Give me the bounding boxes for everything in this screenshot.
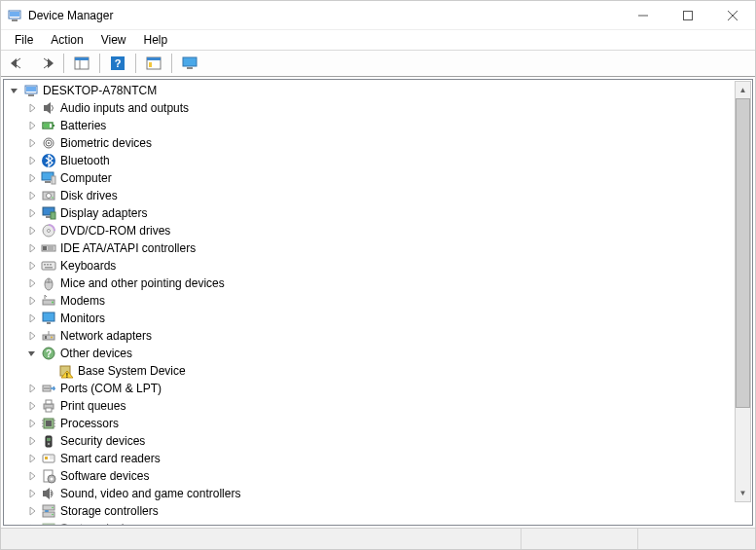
tree-category-security[interactable]: Security devices	[4, 432, 752, 450]
expand-icon[interactable]	[25, 119, 39, 132]
expand-icon[interactable]	[25, 487, 39, 500]
svg-point-33	[52, 197, 54, 199]
expand-icon[interactable]	[25, 241, 39, 255]
tree-category-sound[interactable]: Sound, video and game controllers	[4, 485, 752, 502]
collapse-icon[interactable]	[8, 84, 21, 97]
svg-point-66	[46, 387, 48, 389]
tree-node-label: Sound, video and game controllers	[60, 487, 240, 500]
tree-category-cpu[interactable]: Processors	[4, 415, 752, 432]
collapse-icon[interactable]	[25, 347, 39, 360]
svg-rect-57	[45, 336, 47, 339]
svg-rect-29	[45, 181, 51, 183]
menu-file[interactable]: File	[7, 31, 41, 49]
tree-category-fingerprint[interactable]: Biometric devices	[4, 134, 752, 152]
scroll-up-icon[interactable]: ▲	[736, 82, 750, 98]
expand-icon[interactable]	[25, 294, 39, 308]
sound-icon	[41, 486, 56, 501]
tree-category-disk[interactable]: Disk drives	[4, 187, 752, 204]
expand-icon[interactable]	[25, 154, 39, 167]
tree-category-computer[interactable]: Computer	[4, 169, 752, 187]
tree-category-other[interactable]: ?Other devices	[4, 345, 752, 362]
expand-icon[interactable]	[25, 224, 39, 238]
expand-icon[interactable]	[25, 206, 39, 220]
tree-category-mouse[interactable]: Mice and other pointing devices	[4, 275, 752, 292]
expand-icon[interactable]	[25, 399, 39, 413]
tree-category-software[interactable]: Software devices	[4, 467, 752, 485]
svg-text:?: ?	[115, 57, 122, 69]
close-button[interactable]	[710, 1, 755, 30]
device-tree[interactable]: DESKTOP-A78NTCMAudio inputs and outputsB…	[3, 79, 753, 526]
tree-node-label: Display adapters	[60, 206, 147, 220]
tree-category-keyboard[interactable]: Keyboards	[4, 257, 752, 275]
tree-category-bluetooth[interactable]: Bluetooth	[4, 152, 752, 169]
svg-rect-80	[47, 438, 51, 441]
show-hide-console-tree-button[interactable]	[70, 53, 93, 74]
tree-category-monitor[interactable]: Monitors	[4, 310, 752, 327]
svg-rect-8	[75, 57, 89, 60]
vertical-scrollbar[interactable]: ▲ ▼	[735, 81, 751, 502]
expand-icon[interactable]	[25, 382, 39, 395]
menubar: File Action View Help	[1, 30, 755, 50]
tree-category-storage[interactable]: Storage controllers	[4, 502, 752, 520]
svg-rect-22	[53, 125, 54, 127]
speaker-icon	[41, 100, 56, 116]
svg-point-65	[44, 387, 46, 389]
maximize-button[interactable]	[666, 1, 710, 30]
expand-icon[interactable]	[25, 136, 39, 150]
expand-icon[interactable]	[25, 329, 39, 343]
tree-category-speaker[interactable]: Audio inputs and outputs	[4, 99, 752, 117]
svg-rect-16	[187, 67, 193, 69]
forward-button[interactable]	[34, 53, 57, 74]
menu-action[interactable]: Action	[43, 31, 90, 49]
scroll-down-icon[interactable]: ▼	[736, 485, 750, 501]
scrollbar-thumb[interactable]	[736, 98, 750, 408]
svg-rect-20	[44, 105, 47, 111]
tree-node-label: Base System Device	[78, 364, 186, 378]
expand-icon[interactable]	[25, 259, 39, 273]
printer-icon	[41, 398, 56, 414]
scan-hardware-button[interactable]	[142, 53, 165, 74]
toolbar: ?	[1, 50, 755, 77]
tree-category-system[interactable]: System devices	[4, 520, 752, 526]
tree-root[interactable]: DESKTOP-A78NTCM	[4, 82, 752, 99]
expand-icon[interactable]	[25, 434, 39, 448]
expand-icon[interactable]	[25, 452, 39, 465]
expand-icon[interactable]	[25, 522, 39, 526]
expand-icon[interactable]	[25, 189, 39, 202]
tree-category-smartcard[interactable]: Smart card readers	[4, 450, 752, 467]
svg-point-93	[52, 514, 54, 516]
svg-rect-36	[51, 212, 55, 219]
tree-category-modem[interactable]: Modems	[4, 292, 752, 310]
monitor-button[interactable]	[178, 53, 201, 74]
tree-node-label: Bluetooth	[60, 154, 110, 167]
tree-category-network[interactable]: Network adapters	[4, 327, 752, 345]
svg-rect-69	[46, 400, 52, 404]
statusbar	[1, 528, 755, 549]
tree-node-label: Storage controllers	[60, 504, 159, 518]
expand-icon[interactable]	[25, 469, 39, 483]
mouse-icon	[41, 275, 56, 291]
expand-icon[interactable]	[25, 101, 39, 115]
menu-view[interactable]: View	[93, 31, 134, 49]
tree-category-battery[interactable]: Batteries	[4, 117, 752, 134]
tree-category-ide[interactable]: IDE ATA/ATAPI controllers	[4, 239, 752, 257]
expand-icon[interactable]	[25, 312, 39, 325]
help-button[interactable]: ?	[106, 53, 129, 74]
tree-category-port[interactable]: Ports (COM & LPT)	[4, 380, 752, 397]
expand-icon[interactable]	[25, 276, 39, 290]
tree-category-printer[interactable]: Print queues	[4, 397, 752, 415]
tree-node-label: Audio inputs and outputs	[60, 101, 189, 115]
back-button[interactable]	[7, 53, 30, 74]
minimize-button[interactable]	[621, 1, 666, 30]
expand-icon[interactable]	[25, 417, 39, 430]
expand-icon[interactable]	[25, 504, 39, 518]
svg-rect-40	[43, 246, 47, 250]
tree-device-warning[interactable]: !Base System Device	[4, 362, 752, 380]
tree-node-label: DVD/CD-ROM drives	[60, 224, 170, 238]
menu-help[interactable]: Help	[136, 31, 176, 49]
expand-icon[interactable]	[25, 171, 39, 185]
statusbar-cell	[638, 529, 755, 549]
tree-category-dvd[interactable]: DVD/CD-ROM drives	[4, 222, 752, 239]
tree-category-display[interactable]: Display adapters	[4, 204, 752, 222]
toolbar-separator	[63, 54, 64, 73]
